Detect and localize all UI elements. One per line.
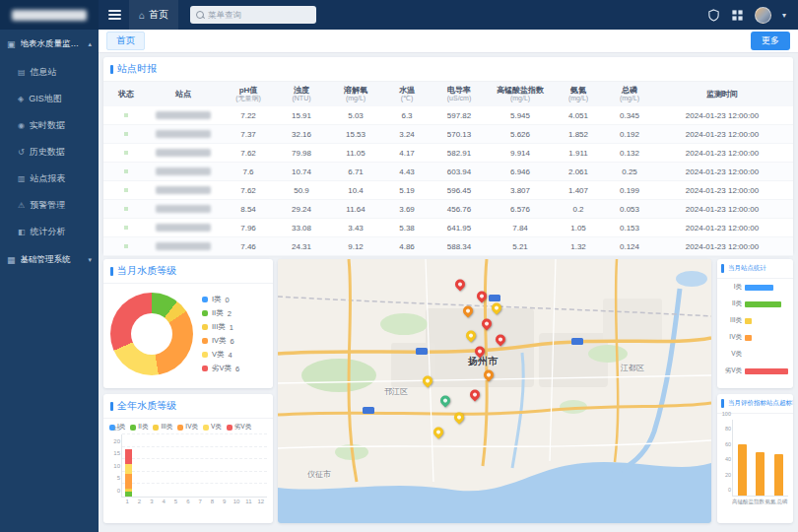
value-cell: 7.6 xyxy=(222,167,275,176)
legend-item[interactable]: V类4 xyxy=(202,350,239,360)
value-cell: 7.96 xyxy=(222,224,275,233)
value-cell: 1.852 xyxy=(553,130,604,139)
more-button[interactable]: 更多 xyxy=(751,32,790,50)
bar-slot xyxy=(182,434,194,497)
legend-label: 劣V类 xyxy=(234,423,251,432)
tab-bar: 首页 更多 xyxy=(99,30,798,53)
legend-label: I类 xyxy=(212,295,222,304)
column-unit: (℃) xyxy=(383,95,431,102)
annual-grade-panel: 全年水质等级 I类II类III类IV类V类劣V类 0510152025 1234… xyxy=(103,394,273,523)
stat-bar-label: II类 xyxy=(721,299,742,308)
realtime-data-icon: ◉ xyxy=(18,121,25,130)
site-name-blurred xyxy=(156,186,211,194)
stack-segment xyxy=(125,474,132,489)
stat-bar-track xyxy=(745,285,788,291)
sidebar-item[interactable]: ◧统计分析 xyxy=(0,219,99,245)
column-header: 浊度(NTU) xyxy=(275,86,328,102)
breadcrumb-home[interactable]: ⌂ 首页 xyxy=(129,0,178,30)
value-cell: 4.17 xyxy=(383,149,431,158)
legend-item[interactable]: 劣V类6 xyxy=(202,364,239,373)
stat-analysis-icon: ◧ xyxy=(18,228,26,236)
stat-bar-label: IV类 xyxy=(721,333,742,342)
legend-item[interactable]: III类1 xyxy=(202,322,239,332)
legend-label: V类 xyxy=(211,423,222,432)
time-cell: 2024-01-23 12:00:00 xyxy=(655,186,789,195)
value-cell: 4.43 xyxy=(383,167,431,176)
gis-map-icon: ◈ xyxy=(18,95,24,103)
sidebar-item[interactable]: ↺历史数据 xyxy=(0,139,99,166)
tab-home[interactable]: 首页 xyxy=(106,32,145,50)
sidebar-section[interactable]: ▣地表水质量监测系统▴ xyxy=(0,30,99,59)
stat-bar xyxy=(745,368,788,374)
sidebar-item[interactable]: ◈GIS地图 xyxy=(0,86,99,112)
x-tick-label: 10 xyxy=(231,499,242,504)
value-cell: 3.807 xyxy=(488,186,553,195)
bar-slot xyxy=(147,434,159,497)
legend-value: 4 xyxy=(229,351,233,360)
chevron-down-icon: ▾ xyxy=(88,256,92,264)
sidebar-item[interactable]: ▥站点报表 xyxy=(0,166,99,192)
legend-item[interactable]: IV类 xyxy=(177,423,198,432)
sidebar-item[interactable]: ⚠预警管理 xyxy=(0,192,99,219)
menu-collapse-icon[interactable] xyxy=(108,10,121,20)
value-cell: 5.38 xyxy=(383,224,431,233)
sidebar-item-label: 预警管理 xyxy=(30,199,65,212)
x-tick-label: 3 xyxy=(146,499,158,504)
value-cell: 597.82 xyxy=(431,111,488,120)
apps-grid-icon[interactable] xyxy=(731,9,744,22)
y-tick-label: 10 xyxy=(105,463,120,469)
sidebar-item[interactable]: ◉实时数据 xyxy=(0,112,99,139)
shield-icon[interactable] xyxy=(707,9,720,22)
legend-item[interactable]: III类 xyxy=(153,423,172,432)
y-tick-label: 60 xyxy=(719,441,731,447)
legend-item[interactable]: 劣V类 xyxy=(227,423,251,432)
annual-plot: 0510152025 xyxy=(121,434,267,498)
legend-swatch xyxy=(202,297,208,302)
legend-item[interactable]: V类 xyxy=(203,423,222,432)
column-header: 监测时间 xyxy=(655,90,789,99)
legend-label: III类 xyxy=(212,322,226,332)
x-tick-label: 5 xyxy=(169,499,181,504)
column-header: 溶解氧(mg/L) xyxy=(328,86,383,102)
column-unit: (无量纲) xyxy=(222,95,275,102)
chevron-down-icon[interactable]: ▾ xyxy=(782,11,786,20)
sidebar-section[interactable]: ▦基础管理系统▾ xyxy=(0,245,99,275)
sidebar-item-label: 历史数据 xyxy=(30,146,65,159)
sidebar-submenu: ▤信息站◈GIS地图◉实时数据↺历史数据▥站点报表⚠预警管理◧统计分析 xyxy=(0,59,99,245)
legend-swatch xyxy=(202,310,208,316)
time-cell: 2024-01-23 12:00:00 xyxy=(655,167,789,176)
exceed-bar xyxy=(738,444,747,496)
system-monitor-icon: ▣ xyxy=(7,39,16,49)
user-avatar[interactable] xyxy=(755,7,771,24)
x-tick-label: 2 xyxy=(133,499,145,504)
donut-legend: I类0II类2III类1IV类6V类4劣V类6 xyxy=(202,295,239,373)
sidebar-item-label: GIS地图 xyxy=(29,93,62,105)
value-cell: 8.54 xyxy=(222,205,275,214)
value-cell: 0.053 xyxy=(604,205,655,214)
menu-search[interactable] xyxy=(190,6,316,24)
legend-swatch xyxy=(130,425,136,431)
legend-item[interactable]: I类0 xyxy=(202,295,239,304)
column-name: 站点 xyxy=(145,90,222,99)
y-tick-label: 20 xyxy=(719,472,731,478)
site-cell xyxy=(145,167,222,175)
legend-label: IV类 xyxy=(185,423,198,432)
legend-item[interactable]: II类2 xyxy=(202,308,239,318)
legend-value: 1 xyxy=(230,323,233,332)
stat-bar-track xyxy=(745,301,788,307)
column-name: 水温 xyxy=(383,86,431,95)
sidebar-item[interactable]: ▤信息站 xyxy=(0,59,99,86)
value-cell: 33.08 xyxy=(275,224,328,233)
table-row: 8.5429.2411.643.69456.766.5760.20.053202… xyxy=(103,200,793,219)
legend-item[interactable]: IV类6 xyxy=(202,336,239,346)
y-tick-label: 5 xyxy=(105,475,120,481)
value-cell: 4.86 xyxy=(383,242,431,251)
legend-item[interactable]: II类 xyxy=(130,423,148,432)
panel-title-monthly-grade: 当月水质等级 xyxy=(103,259,273,284)
y-tick-label: 15 xyxy=(105,450,120,456)
top-header: ⌂ 首页 ▾ xyxy=(0,0,798,30)
search-input[interactable] xyxy=(208,10,310,20)
site-cell xyxy=(145,205,222,213)
stat-bar-row: IV类 xyxy=(717,329,793,346)
map-panel[interactable]: 扬州市邗江区江都区仪征市 xyxy=(278,259,711,523)
